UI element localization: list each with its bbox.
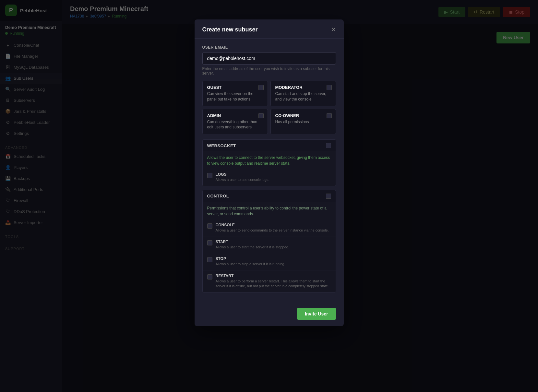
perm-item-restart: RESTART Allows a user to perform a serve… <box>203 270 336 292</box>
perm-section-websocket-header: WEBSOCKET <box>203 140 336 151</box>
role-desc-admin: Can do everything other than edit users … <box>207 119 263 130</box>
perm-item-logs-info: LOGS Allows a user to see console logs. <box>216 172 269 182</box>
modal-overlay: Create new subuser ✕ USER EMAIL Enter th… <box>0 0 538 392</box>
role-name-admin: ADMIN <box>207 113 263 118</box>
create-subuser-modal: Create new subuser ✕ USER EMAIL Enter th… <box>195 19 344 326</box>
role-desc-coowner: Has all permissions <box>275 119 331 125</box>
perm-section-websocket-title: WEBSOCKET <box>207 143 236 148</box>
perm-item-start-info: START Allows a user to start the server … <box>216 240 289 250</box>
perm-item-restart-desc: Allows a user to perform a server restar… <box>216 279 331 289</box>
perm-item-stop-checkbox[interactable] <box>207 257 212 262</box>
role-card-admin[interactable]: ADMIN Can do everything other than edit … <box>202 109 268 135</box>
perm-item-start-desc: Allows a user to start the server if it … <box>216 245 289 250</box>
role-checkbox-guest[interactable] <box>258 85 264 90</box>
perm-item-logs-desc: Allows a user to see console logs. <box>216 177 269 182</box>
modal-close-button[interactable]: ✕ <box>331 26 336 33</box>
role-name-coowner: CO-OWNER <box>275 113 331 118</box>
role-name-moderator: MODERATOR <box>275 85 331 90</box>
perm-item-console-desc: Allows a user to send commands to the se… <box>216 228 329 233</box>
email-input[interactable] <box>202 52 336 65</box>
role-desc-guest: Can view the server on the panel but tak… <box>207 91 263 102</box>
perm-item-stop: STOP Allows a user to stop a server if i… <box>203 253 336 270</box>
perm-section-control-desc: Permissions that control a user's abilit… <box>203 202 336 220</box>
perm-section-websocket-checkbox[interactable] <box>326 143 331 148</box>
perm-item-logs-name: LOGS <box>216 172 269 177</box>
role-card-moderator[interactable]: MODERATOR Can start and stop the server,… <box>270 81 336 106</box>
perm-item-console-name: CONSOLE <box>216 223 329 227</box>
role-grid: GUEST Can view the server on the panel b… <box>202 81 336 134</box>
perm-item-console-info: CONSOLE Allows a user to send commands t… <box>216 223 329 233</box>
invite-user-button[interactable]: Invite User <box>297 308 336 320</box>
perm-item-start: START Allows a user to start the server … <box>203 236 336 253</box>
perm-item-stop-desc: Allows a user to stop a server if it is … <box>216 262 285 267</box>
perm-section-control-title: CONTROL <box>207 194 229 198</box>
email-label: USER EMAIL <box>202 45 336 50</box>
perm-item-console: CONSOLE Allows a user to send commands t… <box>203 220 336 236</box>
modal-footer: Invite User <box>195 303 344 326</box>
perm-item-logs: LOGS Allows a user to see console logs. <box>203 169 336 185</box>
perm-section-websocket: WEBSOCKET Allows the user to connect to … <box>202 139 336 186</box>
email-hint: Enter the email address of the user you … <box>202 66 336 76</box>
perm-item-restart-checkbox[interactable] <box>207 274 212 279</box>
perm-section-control-header: CONTROL <box>203 190 336 202</box>
role-card-guest[interactable]: GUEST Can view the server on the panel b… <box>202 81 268 106</box>
role-checkbox-coowner[interactable] <box>327 113 332 118</box>
email-form-group: USER EMAIL Enter the email address of th… <box>202 45 336 76</box>
role-checkbox-admin[interactable] <box>258 113 264 118</box>
perm-item-stop-name: STOP <box>216 256 285 261</box>
role-checkbox-moderator[interactable] <box>327 85 332 90</box>
perm-item-start-checkbox[interactable] <box>207 240 212 245</box>
perm-section-control: CONTROL Permissions that control a user'… <box>202 190 336 292</box>
perm-item-start-name: START <box>216 240 289 244</box>
role-card-coowner[interactable]: CO-OWNER Has all permissions <box>270 109 336 135</box>
role-desc-moderator: Can start and stop the server, and view … <box>275 91 331 102</box>
perm-section-websocket-desc: Allows the user to connect to the server… <box>203 151 336 169</box>
perm-item-stop-info: STOP Allows a user to stop a server if i… <box>216 256 285 267</box>
perm-item-restart-info: RESTART Allows a user to perform a serve… <box>216 274 331 289</box>
perm-item-console-checkbox[interactable] <box>207 223 212 229</box>
role-name-guest: GUEST <box>207 85 263 90</box>
modal-body: USER EMAIL Enter the email address of th… <box>195 39 344 303</box>
perm-item-restart-name: RESTART <box>216 274 331 278</box>
modal-title: Create new subuser <box>202 26 258 33</box>
perm-item-logs-checkbox[interactable] <box>207 173 212 178</box>
modal-header: Create new subuser ✕ <box>195 19 344 39</box>
perm-section-control-checkbox[interactable] <box>326 194 331 199</box>
